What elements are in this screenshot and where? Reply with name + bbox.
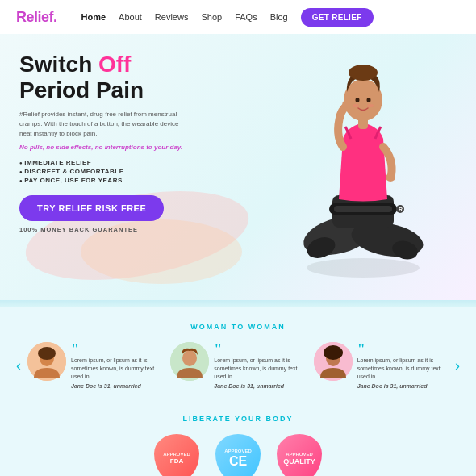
- bullet-2: DISCREET & COMFORTABLE: [19, 168, 189, 175]
- nav-cta-button[interactable]: GET RELIEF: [301, 8, 374, 27]
- testimonial-text-1: Lorem ipsum, or lipsum as it is sometime…: [71, 357, 162, 380]
- hero-title: Switch Off Period Pain: [19, 52, 189, 103]
- money-back-text: 100% MONEY BACK GUARANTEE: [19, 226, 189, 233]
- testimonial-author-1: Jane Doe is 31, unmarried: [71, 383, 162, 389]
- testimonial-card-1: " Lorem ipsum, or lipsum as it is someti…: [27, 342, 162, 389]
- logo-text: Relief: [16, 9, 53, 25]
- badge-ce-sublabel: APPROVED: [224, 449, 252, 453]
- svg-point-16: [367, 104, 374, 107]
- bullet-3: PAY ONCE, USE FOR YEARS: [19, 177, 189, 184]
- avatar-1: [27, 342, 66, 381]
- svg-point-0: [307, 258, 420, 278]
- quote-mark-1: ": [71, 342, 162, 357]
- prev-arrow[interactable]: ‹: [13, 354, 24, 378]
- hero-title-highlight: Off: [98, 52, 131, 77]
- main-nav: Home About Reviews Shop FAQs Blog GET RE…: [81, 8, 460, 27]
- testimonial-text-area-3: " Lorem ipsum, or lipsum as it is someti…: [357, 342, 449, 389]
- badge-ce-label: CE: [229, 454, 247, 469]
- badge-fda: APPROVED FDA: [154, 434, 199, 476]
- header: Relief. Home About Reviews Shop FAQs Blo…: [0, 0, 476, 34]
- hero-woman-svg: R: [274, 42, 452, 284]
- testimonial-text-2: Lorem ipsum, or lipsum as it is sometime…: [214, 357, 305, 380]
- avatar-2-svg: [170, 342, 209, 381]
- logo-dot: .: [53, 9, 57, 25]
- nav-shop[interactable]: Shop: [201, 12, 222, 22]
- testimonials-section: WOMAN TO WOMAN ‹ " Lorem ipsum, or lipsu…: [0, 307, 476, 402]
- testimonials-row: ‹ " Lorem ipsum, or lipsum as it is some…: [13, 342, 463, 389]
- svg-text:R: R: [399, 207, 403, 212]
- badge-ce: APPROVED CE: [215, 434, 261, 476]
- testimonial-card-2: " Lorem ipsum, or lipsum as it is someti…: [170, 342, 305, 389]
- svg-point-13: [356, 98, 360, 102]
- nav-home[interactable]: Home: [81, 12, 106, 22]
- badge-quality-label: Quality: [283, 457, 315, 466]
- section-divider: [0, 300, 476, 307]
- testimonial-text-area-1: " Lorem ipsum, or lipsum as it is someti…: [71, 342, 162, 389]
- svg-rect-7: [334, 206, 392, 212]
- bullet-1: IMMEDIATE RELIEF: [19, 159, 189, 166]
- badge-quality: APPROVED Quality: [277, 434, 322, 476]
- badge-ce-shape: APPROVED CE: [215, 434, 261, 476]
- liberate-section: LIBERATE YOUR BODY APPROVED FDA APPROVED…: [0, 402, 476, 476]
- badge-quality-shape: APPROVED Quality: [277, 434, 322, 476]
- hero-description: #Relief provides instant, drug-free reli…: [19, 110, 189, 139]
- hero-image: R: [258, 34, 468, 284]
- testimonial-card-3: " Lorem ipsum, or lipsum as it is someti…: [314, 342, 449, 389]
- avatar-2: [170, 342, 209, 381]
- badge-fda-shape: APPROVED FDA: [154, 434, 199, 476]
- quote-mark-3: ": [357, 342, 449, 357]
- testimonial-author-3: Jane Doe is 31, unmarried: [357, 383, 449, 389]
- hero-bullets: IMMEDIATE RELIEF DISCREET & COMFORTABLE …: [19, 159, 189, 184]
- svg-point-15: [353, 104, 359, 107]
- nav-faqs[interactable]: FAQs: [235, 12, 257, 22]
- svg-point-26: [324, 345, 343, 360]
- hero-title-line2: Period Pain: [19, 77, 144, 102]
- testimonial-cards: " Lorem ipsum, or lipsum as it is someti…: [27, 342, 449, 389]
- quote-mark-2: ": [214, 342, 305, 357]
- nav-blog[interactable]: Blog: [270, 12, 288, 22]
- hero-tagline: No pills, no side effects, no interrupti…: [19, 144, 189, 151]
- hero-content: Switch Off Period Pain #Relief provides …: [19, 52, 189, 233]
- svg-point-12: [349, 65, 378, 81]
- badge-fda-label: FDA: [170, 457, 183, 465]
- nav-reviews[interactable]: Reviews: [155, 12, 189, 22]
- badges-row: APPROVED FDA APPROVED CE APPROVED Qualit…: [13, 434, 463, 476]
- svg-point-21: [38, 347, 56, 360]
- testimonial-text-area-2: " Lorem ipsum, or lipsum as it is someti…: [214, 342, 305, 389]
- svg-point-23: [182, 350, 197, 366]
- nav-about[interactable]: About: [119, 12, 142, 22]
- testimonial-author-2: Jane Doe is 31, unmarried: [214, 383, 305, 389]
- badge-quality-sublabel: APPROVED: [286, 452, 313, 457]
- hero-section: Switch Off Period Pain #Relief provides …: [0, 34, 476, 300]
- svg-point-18: [386, 173, 395, 182]
- hero-title-line1: Switch: [19, 52, 98, 77]
- avatar-1-svg: [27, 342, 66, 381]
- logo[interactable]: Relief.: [16, 9, 57, 26]
- next-arrow[interactable]: ›: [452, 354, 463, 378]
- cta-button[interactable]: TRY RELIEF RISK FREE: [19, 195, 164, 221]
- badge-fda-sublabel: APPROVED: [163, 452, 190, 457]
- testimonials-label: WOMAN TO WOMAN: [13, 323, 463, 331]
- svg-point-14: [367, 98, 371, 102]
- testimonial-text-3: Lorem ipsum, or lipsum as it is sometime…: [357, 357, 449, 380]
- liberate-label: LIBERATE YOUR BODY: [13, 415, 463, 423]
- avatar-3: [314, 342, 353, 381]
- avatar-3-svg: [314, 342, 353, 381]
